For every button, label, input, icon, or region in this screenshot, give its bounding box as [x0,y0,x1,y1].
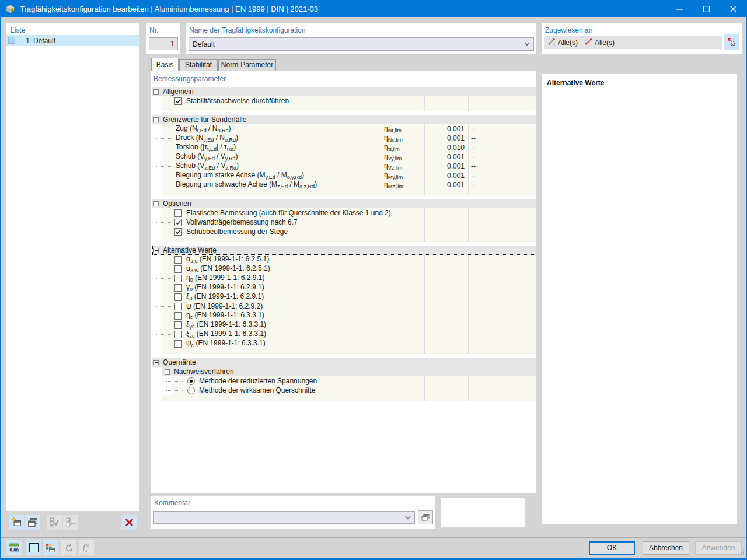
assigned-members: z Alle(s) [548,38,578,47]
param-value[interactable]: 0.001 [419,181,465,189]
collapse-minus-icon[interactable] [165,369,170,374]
param-row[interactable]: ξyc (EN 1999-1-1: 6.3.3.1) [162,320,536,330]
comment-combobox[interactable] [153,511,415,524]
param-row[interactable]: ψ (EN 1999-1-1: 6.2.9.2) [162,302,536,311]
collapse-minus-icon[interactable] [153,89,159,94]
collapse-minus-icon[interactable] [153,248,159,253]
collapse-minus-icon[interactable] [153,117,159,123]
section-pad [162,236,536,242]
param-value[interactable]: 0.010 [419,144,465,152]
checkbox-unchecked[interactable] [174,312,182,320]
assigned-panel: Zugewiesen an z Alle(s) Alle(s) [542,23,742,54]
section-header[interactable]: Optionen [152,199,536,208]
param-value[interactable]: 0.001 [419,172,465,180]
param-row[interactable]: Schubbeulbemessung der Stege [162,227,536,236]
tab-basis[interactable]: Basis [151,58,179,71]
param-label: Stabilitätsnachweise durchführen [186,97,289,105]
checkbox-unchecked[interactable] [174,340,182,348]
param-row[interactable]: Biegung um schwache Achse (Mz,Ed / Mo,z,… [162,180,536,190]
checkbox-checked[interactable] [174,228,182,236]
name-combobox[interactable]: Default [189,37,534,51]
tab-norm-parameter[interactable]: Norm-Parameter [218,59,276,71]
checkbox-unchecked[interactable] [174,321,182,329]
empty-group-box [441,498,525,527]
param-value[interactable]: 0.001 [419,153,465,161]
param-row[interactable]: Druck (Nc,Ed / No,Rd)ηNc,lim0.001-- [162,134,536,143]
section-label: Quernähte [163,358,196,366]
param-label: ξyc (EN 1999-1-1: 6.3.3.1) [186,320,266,330]
ok-button[interactable]: OK [589,541,635,555]
column-separator [424,96,425,106]
checkbox-unchecked[interactable] [174,293,182,301]
param-symbol: ητt,lim [384,143,400,152]
param-row[interactable]: ξ0 (EN 1999-1-1: 6.2.9.1) [162,292,536,302]
nr-field: 1 [149,37,178,50]
new-config-icon[interactable] [9,514,24,530]
column-separator [468,227,469,236]
checkbox-unchecked[interactable] [174,265,182,273]
param-row[interactable]: Methode der wirksamen Querschnitte [173,386,536,395]
collapse-minus-icon[interactable] [153,360,159,365]
maximize-icon[interactable] [693,0,720,18]
checkbox-unchecked[interactable] [174,331,182,338]
column-separator [468,348,469,354]
checkbox-unchecked[interactable] [174,284,182,292]
param-row[interactable]: Vollwandträgerbemessung nach 6.7 [162,218,536,227]
param-row[interactable]: Biegung um starke Achse (My,Ed / Mo,y,Rd… [162,171,536,180]
column-separator [468,162,469,171]
column-separator [424,330,425,339]
param-value[interactable]: 0.001 [419,125,465,133]
minimize-icon[interactable] [666,0,693,18]
param-row[interactable]: Stabilitätsnachweise durchführen [162,96,536,106]
checkbox-checked[interactable] [174,219,182,226]
radio-selected[interactable] [187,377,195,385]
checkbox-checked[interactable] [174,97,182,105]
pointer-select-icon[interactable] [724,34,739,50]
assigned-field: z Alle(s) Alle(s) [544,36,722,49]
copy-comment-icon[interactable] [418,510,433,524]
column-separator [424,292,425,302]
param-row[interactable]: ψc (EN 1999-1-1: 6.3.3.1) [162,339,536,348]
column-separator [468,180,469,190]
subsection-header[interactable]: Nachweisverfahren [162,367,536,376]
param-row[interactable]: α3,w (EN 1999-1-1: 6.2.5.1) [162,264,536,274]
param-value[interactable]: 0.001 [419,134,465,142]
param-row[interactable]: α3,u (EN 1999-1-1: 6.2.5.1) [162,255,536,264]
param-row[interactable]: Methode der reduzierten Spannungen [173,376,536,386]
param-row[interactable]: γ0 (EN 1999-1-1: 6.2.9.1) [162,283,536,292]
param-row[interactable]: Schub (Vy,Ed / Vy,Rd)ηVy,lim0.001-- [162,152,536,162]
checkbox-unchecked[interactable] [174,256,182,264]
list-item-default[interactable]: 1 Default [6,35,139,46]
checkbox-unchecked[interactable] [174,209,182,217]
param-row[interactable]: ηc (EN 1999-1-1: 6.3.3.1) [162,311,536,320]
cancel-button[interactable]: Abbrechen [643,541,689,555]
column-separator [424,376,425,386]
section-header[interactable]: Alternative Werte [152,246,536,255]
subsection-label: Nachweisverfahren [174,368,234,376]
units-icon[interactable]: 0,00 [6,540,22,555]
checkbox-unchecked[interactable] [174,303,182,310]
param-value[interactable]: 0.001 [419,162,465,170]
param-row[interactable]: Elastische Bemessung (auch für Querschni… [162,208,536,218]
section-header[interactable]: Quernähte [152,358,536,367]
param-row[interactable]: ξzc (EN 1999-1-1: 6.3.3.1) [162,330,536,339]
param-row[interactable]: Zug (Nt,Ed / No,Rd)ηNt,lim0.001-- [162,124,536,134]
param-row[interactable]: Schub (Vz,Ed / Vz,Rd)ηVz,lim0.001-- [162,162,536,171]
name-panel: Name der Tragfähigkeitskonfiguration Def… [186,23,536,54]
checkbox-unchecked[interactable] [174,275,182,282]
resize-grip[interactable] [737,548,745,558]
copy-config-icon[interactable] [25,514,40,530]
param-row[interactable]: Torsion (|τt,Ed| / τRd)ητt,lim0.010-- [162,143,536,152]
display-properties-icon[interactable] [43,540,58,555]
collapse-minus-icon[interactable] [153,201,159,206]
close-icon[interactable] [720,0,746,18]
tab-stabilitaet[interactable]: Stabilität [179,59,218,71]
radio-unselected[interactable] [187,387,195,394]
delete-icon[interactable] [121,514,137,530]
color-swatch-icon[interactable] [26,540,41,555]
param-row[interactable]: η0 (EN 1999-1-1: 6.2.9.1) [162,274,536,283]
section-header[interactable]: Grenzwerte für Sonderfälle [152,115,536,124]
column-separator [424,311,425,320]
section-header[interactable]: Allgemein [152,87,536,96]
name-combobox-value: Default [193,40,215,48]
